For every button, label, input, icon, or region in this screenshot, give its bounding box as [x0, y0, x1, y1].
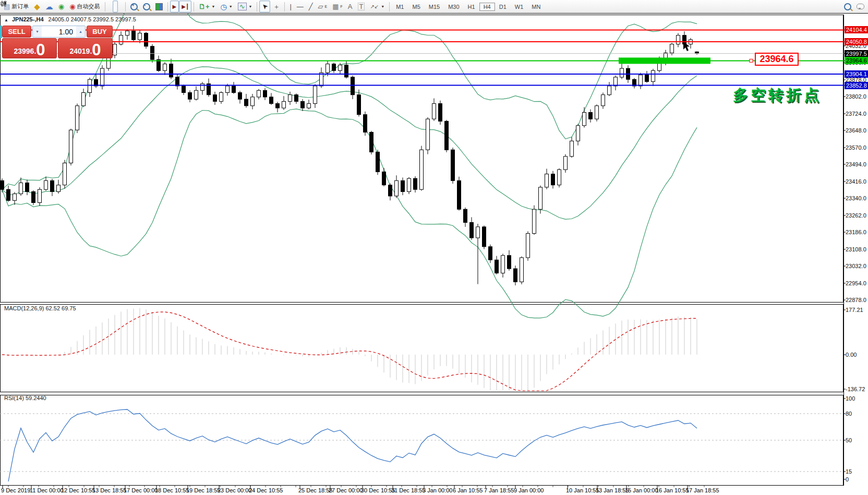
horizontal-line-button[interactable]: — [294, 1, 306, 13]
time-label[interactable]: 18 Dec 10:55 [155, 487, 189, 493]
candle-body [238, 93, 242, 100]
price-tick-label[interactable]: 23570.0 [846, 144, 868, 151]
signals-button[interactable]: ◉ [56, 1, 67, 13]
time-label[interactable]: 16 Jan 10:55 [656, 487, 689, 493]
volume-decrease-button[interactable]: ▼ [33, 26, 42, 37]
chat-button[interactable] [854, 1, 867, 13]
time-label[interactable]: 11 Dec 00:00 [30, 487, 64, 493]
text-button[interactable]: A [345, 1, 355, 13]
rsi-scale-label[interactable]: 50 [846, 437, 852, 443]
timeframe-mn[interactable]: MN [527, 3, 545, 11]
timeframe-w1[interactable]: W1 [511, 3, 528, 11]
macd-scale-label[interactable]: -136.72 [846, 386, 865, 392]
chart-shift-button[interactable]: ▶┃ [179, 1, 191, 13]
cursor-button[interactable]: ➤ [259, 1, 270, 13]
community-button[interactable]: ☁ [43, 1, 56, 13]
rsi-scale-label[interactable]: 80 [846, 411, 852, 417]
sell-price[interactable]: 23996 . 0 [2, 38, 57, 58]
channel-button[interactable]: ▱E [316, 1, 330, 13]
time-label[interactable]: 12 Dec 10:55 [61, 487, 95, 493]
sell-button[interactable]: SELL [2, 26, 31, 38]
price-line-label[interactable]: 24104.4 [845, 26, 868, 33]
time-label[interactable]: 10 Jan 10:55 [566, 487, 599, 493]
volume-input[interactable]: 1.00 [42, 28, 76, 36]
candle-body [539, 187, 542, 209]
text-label-button[interactable]: T [355, 1, 368, 13]
time-label[interactable]: 3 Jan 00:00 [423, 487, 453, 493]
timeframe-m30[interactable]: M30 [444, 3, 463, 11]
rsi-scale-label[interactable]: 0 [846, 476, 849, 482]
rsi-scale-label[interactable]: 100 [846, 395, 855, 402]
time-label[interactable]: 7 Jan 18:55 [484, 487, 514, 493]
time-label[interactable]: 23 Dec 00:00 [218, 487, 251, 493]
timeframe-h4[interactable]: H4 [479, 3, 495, 11]
time-label[interactable]: 6 Jan 10:55 [453, 487, 483, 493]
bar-chart-button[interactable] [107, 1, 113, 13]
time-label[interactable]: 17 Dec 00:00 [124, 487, 158, 493]
buy-price[interactable]: 24019 . 0 [58, 38, 113, 58]
indicators-button[interactable]: ∿▼ [235, 1, 255, 13]
rsi-scale-label[interactable]: 15 [846, 468, 852, 475]
time-label[interactable]: 13 Jan 18:55 [596, 487, 629, 493]
autotrading-button[interactable]: ◉ 自动交易 [67, 1, 102, 13]
timeframe-m15[interactable]: M15 [425, 3, 444, 11]
shapes-button[interactable]: ↗↙▼ [367, 1, 387, 13]
vertical-line-button[interactable]: | [287, 1, 294, 13]
price-tick-label[interactable]: 23724.0 [846, 111, 868, 117]
history-center-button[interactable]: ◆ [31, 1, 43, 13]
zoom-in-button[interactable]: + [128, 1, 140, 13]
time-label[interactable]: 19 Dec 18:55 [186, 487, 220, 493]
chart-canvas[interactable] [0, 0, 868, 495]
price-tick-label[interactable]: 22878.0 [846, 297, 868, 304]
price-tick-label[interactable]: 23802.0 [846, 93, 868, 100]
price-tick-label[interactable]: 23340.0 [846, 195, 868, 202]
timeframe-m1[interactable]: M1 [392, 3, 408, 11]
candlestick-chart-button[interactable] [113, 1, 118, 13]
price-callout-label[interactable]: 23964.6 [755, 53, 799, 66]
price-line-label[interactable]: 23997.5 [845, 50, 868, 57]
chinese-annotation[interactable]: 多空转折点 [733, 85, 822, 106]
volume-increase-button[interactable]: ▲ [76, 26, 85, 37]
collapse-triangle-icon[interactable]: ▲ [4, 18, 8, 22]
macd-scale-label[interactable]: 177.21 [846, 307, 863, 313]
period-button[interactable]: ◷▼ [218, 1, 235, 13]
tile-windows-button[interactable] [153, 1, 165, 13]
macd-label: MACD(12,26,9) 62.52 69.75 [4, 305, 76, 311]
price-tick-label[interactable]: 23186.0 [846, 229, 868, 236]
timeframe-d1[interactable]: D1 [495, 3, 511, 11]
time-label[interactable]: 9 Jan 00:00 [514, 487, 544, 493]
new-chart-button[interactable]: 🗋+▼ [196, 1, 218, 13]
timeframe-h1[interactable]: H1 [464, 3, 479, 11]
price-line-label[interactable]: 23964.6 [845, 57, 868, 64]
price-tick-label[interactable]: 23108.0 [846, 246, 868, 253]
time-label[interactable]: 17 Jan 18:55 [686, 487, 719, 493]
time-label[interactable]: 24 Dec 10:55 [249, 487, 283, 493]
time-label[interactable]: 9 Dec 2019 [1, 487, 30, 493]
autoscroll-button[interactable]: ▶ [170, 1, 179, 13]
price-line-label[interactable]: 23904.1 [845, 70, 868, 78]
trendline-button[interactable]: ╱ [306, 1, 316, 13]
search-button[interactable] [841, 1, 854, 13]
timeframe-m5[interactable]: M5 [408, 3, 424, 11]
time-label[interactable]: 30 Dec 10:55 [361, 487, 395, 493]
fibonacci-button[interactable]: ▦F [330, 1, 345, 13]
price-tick-label[interactable]: 23262.0 [846, 212, 868, 219]
price-tick-label[interactable]: 23648.0 [846, 127, 868, 134]
price-tick-label[interactable]: 22954.0 [846, 280, 868, 287]
price-tick-label[interactable]: 23416.0 [846, 178, 868, 185]
crosshair-button[interactable]: ＋ [270, 1, 282, 13]
price-tick-label[interactable]: 23494.0 [846, 161, 868, 168]
time-label[interactable]: 31 Dec 18:55 [391, 487, 425, 493]
price-tick-label[interactable]: 23032.0 [846, 263, 868, 270]
line-chart-button[interactable] [118, 1, 123, 13]
time-label[interactable]: 27 Dec 00:00 [329, 487, 363, 493]
time-label[interactable]: 13 Dec 18:55 [92, 487, 126, 493]
macd-scale-label[interactable]: 0.00 [846, 352, 857, 358]
candle-body [401, 180, 405, 191]
price-line-label[interactable]: 24050.8 [845, 38, 868, 45]
price-line-label[interactable]: 23852.8 [845, 82, 868, 89]
buy-button[interactable]: BUY [87, 26, 113, 38]
time-label[interactable]: 15 Jan 00:00 [625, 487, 658, 493]
zoom-out-button[interactable]: - [140, 1, 153, 13]
time-label[interactable]: 25 Dec 18:55 [298, 487, 332, 493]
